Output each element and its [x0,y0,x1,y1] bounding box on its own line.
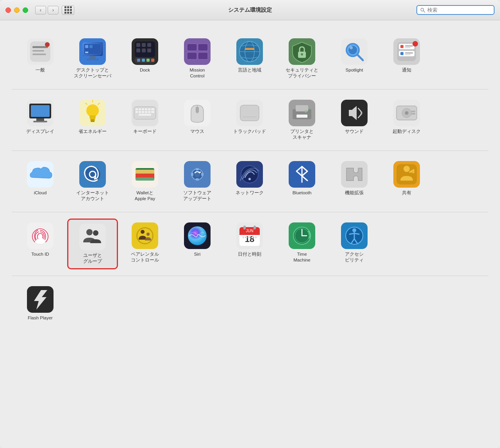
svg-point-169 [252,236,254,238]
forward-button[interactable]: › [48,6,59,14]
parental-icon [132,222,158,249]
svg-rect-125 [136,177,154,181]
svg-rect-22 [142,59,145,62]
search-input[interactable] [427,7,491,13]
extensions-icon [341,161,368,188]
svg-rect-17 [89,45,93,48]
pref-keyboard[interactable]: キーボード [120,96,170,144]
icloud-icon [27,161,54,188]
keyboard-icon [132,100,158,126]
pref-startup[interactable]: 起動ディスク [381,96,432,144]
svg-point-73 [86,104,99,117]
pref-dock[interactable]: Dock [120,34,170,83]
energy-icon [79,100,106,126]
svg-text:18: 18 [245,234,254,244]
displays-label: ディスプレイ [26,129,54,134]
minimize-button[interactable] [14,7,20,13]
pref-notifications[interactable]: 通知 [381,34,432,83]
svg-rect-70 [36,118,44,121]
pref-parental[interactable]: ペアレンタルコントロール [120,219,170,269]
pref-software[interactable]: ソフトウェアアップデート [172,157,223,206]
search-box[interactable] [416,5,495,15]
pref-general[interactable]: 一般 [15,34,66,83]
language-icon [236,38,263,65]
software-label: ソフトウェアアップデート [183,190,211,202]
svg-rect-59 [400,45,404,48]
pref-desktop[interactable]: デスクトップとスクリーンセーバ [67,34,118,83]
svg-point-54 [350,46,353,49]
dock-icon [132,38,158,65]
pref-timemachine[interactable]: TimeMachine [277,219,327,269]
svg-point-49 [301,53,303,56]
svg-rect-88 [136,111,138,113]
security-icon [289,38,315,65]
pref-flashplayer[interactable]: Flash Player [15,282,66,325]
pref-extensions[interactable]: 機能拡張 [329,157,380,206]
pref-spotlight[interactable]: Spotlight [329,34,380,83]
desktop-label: デスクトップとスクリーンセーバ [74,67,111,79]
svg-rect-93 [151,111,154,113]
svg-rect-115 [411,111,415,112]
svg-rect-29 [142,48,146,52]
sharing-label: 共有 [402,190,411,196]
svg-point-166 [243,236,245,238]
pref-internet[interactable]: インターネットアカウント [67,157,118,206]
svg-point-142 [404,166,410,172]
section5-grid: Flash Player [15,282,485,325]
pref-security[interactable]: セキュリティとプライバシー [277,34,327,83]
svg-rect-116 [411,113,415,115]
svg-rect-83 [139,108,141,110]
forward-icon: › [52,7,54,13]
datetime-label: 日付と時刻 [238,251,261,257]
window-title: システム環境設定 [228,7,272,14]
pref-mouse[interactable]: マウス [172,96,223,144]
pref-bluetooth[interactable]: Bluetooth [277,157,327,206]
svg-rect-63 [400,52,404,55]
section-internet: iCloud インターネットアカウント [12,151,488,212]
svg-rect-94 [139,114,151,116]
back-button[interactable]: ‹ [35,6,46,14]
svg-rect-30 [147,48,151,52]
svg-rect-105 [296,115,307,118]
pref-icloud[interactable]: iCloud [15,157,66,206]
pref-mission-control[interactable]: MissionControl [172,34,223,83]
pref-language[interactable]: 言語と地域 [224,34,275,83]
section3-grid: iCloud インターネットアカウント [15,157,485,206]
pref-touchid[interactable]: Touch ID [15,219,66,269]
svg-rect-5 [32,50,44,52]
users-icon [79,224,106,250]
svg-point-66 [412,41,418,47]
svg-rect-65 [405,54,411,55]
section2-grid: ディスプレイ [15,96,485,144]
siri-label: Siri [194,251,201,257]
svg-rect-69 [31,105,50,117]
section-personal: 一般 [12,28,488,90]
svg-rect-124 [136,174,154,177]
pref-sharing[interactable]: 共有 [381,157,432,206]
svg-rect-92 [148,111,150,113]
pref-accessibility[interactable]: アクセシビリティ [329,219,380,269]
language-label: 言語と地域 [238,67,261,73]
pref-trackpad[interactable]: トラックパッド [224,96,275,144]
pref-network[interactable]: ネットワーク [224,157,275,206]
pref-datetime[interactable]: 18 JUN 日付と時刻 [224,219,275,269]
close-button[interactable] [5,7,11,13]
nav-buttons: ‹ › [35,6,59,14]
wallet-icon [132,161,158,188]
svg-point-153 [141,230,145,234]
pref-wallet[interactable]: WalletとApple Pay [120,157,170,206]
pref-energy[interactable]: 省エネルギー [67,96,118,144]
pref-siri[interactable]: Siri [172,219,223,269]
section4-grid: Touch ID ユーザとグループ [15,219,485,269]
mouse-label: マウス [190,129,204,134]
search-icon [420,7,425,13]
svg-rect-99 [240,105,259,121]
titlebar: ‹ › システム環境設定 [0,0,500,20]
pref-sound[interactable]: サウンド [329,96,380,144]
all-prefs-button[interactable] [62,5,74,15]
network-label: ネットワーク [236,190,264,196]
pref-users[interactable]: ユーザとグループ [67,219,118,269]
maximize-button[interactable] [23,7,28,13]
pref-displays[interactable]: ディスプレイ [15,96,66,144]
pref-printers[interactable]: プリンタとスキャナ [277,96,327,144]
